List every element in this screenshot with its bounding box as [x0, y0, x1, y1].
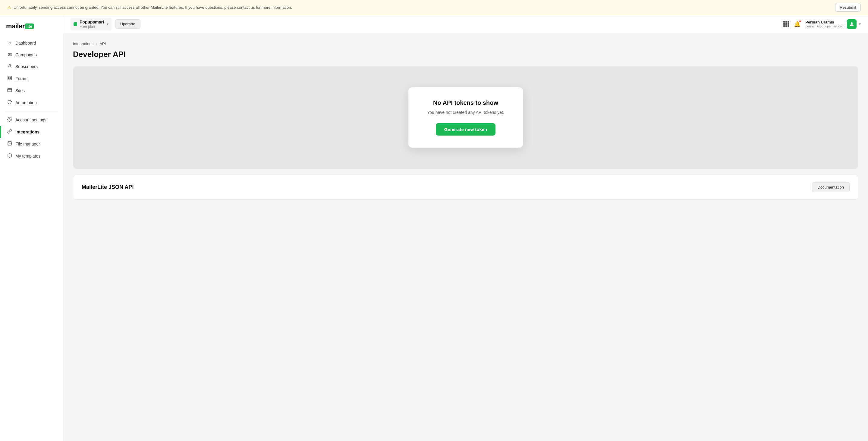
alert-banner: ⚠ Unfortunately, sending access cannot b…: [0, 0, 868, 15]
breadcrumb-separator: ›: [96, 41, 97, 46]
forms-icon: [7, 75, 12, 82]
settings-icon: [7, 117, 12, 123]
modal-title: No API tokens to show: [423, 99, 508, 106]
workspace-name: Popupsmart: [80, 20, 104, 24]
sidebar-item-label: Forms: [16, 76, 27, 81]
notifications-bell-icon[interactable]: 🔔: [794, 21, 801, 27]
avatar: [847, 19, 857, 29]
sidebar-item-sites[interactable]: Sites: [0, 85, 63, 97]
notification-badge: [799, 20, 801, 22]
json-api-title: MailerLite JSON API: [82, 184, 133, 190]
sidebar-item-dashboard[interactable]: ○ Dashboard: [0, 37, 63, 49]
main-area: Popupsmart Free plan ▾ Upgrade: [63, 15, 868, 441]
sidebar-item-label: Account settings: [16, 118, 46, 122]
header-right: 🔔 Perihan Uramis perihan@popupsmart.com …: [783, 19, 861, 29]
sidebar-item-integrations[interactable]: Integrations: [0, 126, 63, 138]
no-tokens-modal: No API tokens to show You have not creat…: [408, 87, 523, 148]
user-menu[interactable]: Perihan Uramis perihan@popupsmart.com ▾: [805, 19, 861, 29]
upgrade-button[interactable]: Upgrade: [115, 19, 141, 29]
app-body: mailer lite ○ Dashboard ✉ Campaigns Subs…: [0, 15, 868, 441]
warning-icon: ⚠: [7, 5, 11, 10]
svg-point-10: [851, 22, 852, 24]
alert-message-area: ⚠ Unfortunately, sending access cannot b…: [7, 5, 292, 10]
page-title: Developer API: [73, 50, 858, 59]
workspace-plan: Free plan: [80, 24, 104, 29]
sidebar-item-label: Automation: [16, 100, 37, 105]
user-email: perihan@popupsmart.com: [805, 24, 844, 28]
sidebar-item-label: Subscribers: [16, 64, 38, 69]
breadcrumb: Integrations › API: [73, 41, 858, 46]
logo-badge: lite: [25, 24, 34, 29]
svg-rect-5: [7, 89, 11, 92]
logo-text: mailer: [6, 22, 25, 30]
subscribers-icon: [7, 64, 12, 70]
user-chevron-icon: ▾: [859, 22, 861, 26]
sidebar-item-label: My templates: [16, 154, 40, 158]
sidebar-item-file-manager[interactable]: File manager: [0, 138, 63, 150]
sidebar-item-campaigns[interactable]: ✉ Campaigns: [0, 49, 63, 61]
sites-icon: [7, 88, 12, 94]
sidebar-item-forms[interactable]: Forms: [0, 72, 63, 85]
api-tokens-card: No API tokens to show You have not creat…: [73, 66, 858, 169]
logo-area: mailer lite: [0, 20, 63, 37]
campaigns-icon: ✉: [7, 52, 12, 58]
sidebar-item-label: File manager: [16, 141, 40, 147]
sidebar-item-subscribers[interactable]: Subscribers: [0, 61, 63, 72]
integrations-icon: [7, 129, 12, 135]
json-api-card: MailerLite JSON API Documentation: [73, 175, 858, 200]
sidebar-item-automation[interactable]: Automation: [0, 97, 63, 109]
svg-rect-3: [8, 78, 9, 80]
top-header: Popupsmart Free plan ▾ Upgrade: [63, 15, 868, 33]
nav-divider: [5, 111, 58, 112]
content-area: Integrations › API Developer API No API …: [63, 33, 868, 441]
breadcrumb-integrations-link[interactable]: Integrations: [73, 41, 93, 46]
sidebar: mailer lite ○ Dashboard ✉ Campaigns Subs…: [0, 15, 63, 441]
workspace-selector[interactable]: Popupsmart Free plan ▾: [70, 18, 112, 30]
sidebar-item-my-templates[interactable]: My templates: [0, 150, 63, 162]
svg-point-9: [9, 143, 9, 143]
svg-point-0: [9, 64, 10, 66]
svg-rect-1: [8, 76, 9, 78]
sidebar-item-label: Sites: [16, 88, 25, 93]
modal-overlay: No API tokens to show You have not creat…: [73, 67, 858, 168]
header-left: Popupsmart Free plan ▾ Upgrade: [70, 18, 141, 30]
templates-icon: [7, 153, 12, 159]
documentation-button[interactable]: Documentation: [812, 182, 849, 192]
breadcrumb-current: API: [99, 41, 106, 46]
workspace-dot: [73, 22, 77, 26]
sidebar-item-label: Dashboard: [16, 41, 36, 45]
sidebar-item-label: Campaigns: [16, 53, 37, 57]
alert-message-text: Unfortunately, sending access cannot be …: [13, 5, 292, 10]
logo: mailer lite: [6, 22, 57, 30]
workspace-info: Popupsmart Free plan: [80, 20, 104, 29]
resubmit-button[interactable]: Resubmit: [835, 3, 861, 12]
apps-grid-icon[interactable]: [783, 21, 789, 27]
user-name: Perihan Uramis: [805, 20, 844, 24]
svg-rect-4: [10, 78, 11, 80]
generate-token-button[interactable]: Generate new token: [436, 123, 496, 135]
automation-icon: [7, 100, 12, 106]
dashboard-icon: ○: [7, 40, 12, 46]
sidebar-item-account-settings[interactable]: Account settings: [0, 114, 63, 126]
file-manager-icon: [7, 141, 12, 147]
svg-point-7: [9, 119, 10, 120]
svg-rect-2: [10, 76, 11, 78]
chevron-down-icon: ▾: [107, 22, 108, 26]
sidebar-item-label: Integrations: [16, 129, 39, 134]
modal-description: You have not created any API tokens yet.: [423, 110, 508, 115]
user-info: Perihan Uramis perihan@popupsmart.com: [805, 20, 844, 28]
